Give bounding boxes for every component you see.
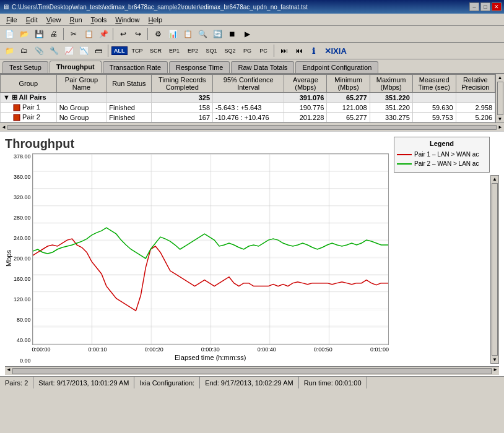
y-tick-0: 378.00 bbox=[14, 153, 31, 160]
menu-run[interactable]: Run bbox=[66, 15, 85, 24]
tab-response-time[interactable]: Response Time bbox=[169, 61, 230, 73]
sq2-btn[interactable]: SQ2 bbox=[222, 44, 239, 58]
all-badge[interactable]: ALL bbox=[111, 46, 128, 55]
btn-t4[interactable]: 🔧 bbox=[47, 44, 61, 58]
y-tick-5: 200.00 bbox=[14, 255, 31, 262]
hscroll-left[interactable]: ◄ bbox=[1, 124, 6, 130]
copy-button[interactable]: 📋 bbox=[82, 27, 95, 41]
all-confidence bbox=[213, 93, 284, 103]
menu-help[interactable]: Help bbox=[144, 15, 166, 24]
zoom-button[interactable]: 🔍 bbox=[196, 27, 209, 41]
all-max: 351.220 bbox=[370, 93, 412, 103]
btn-t2[interactable]: 🗂 bbox=[17, 44, 31, 58]
scrollbar-down[interactable]: ▼ bbox=[498, 116, 503, 122]
all-precision bbox=[456, 93, 495, 103]
print-button[interactable]: 🖨 bbox=[47, 27, 61, 41]
tab-throughput[interactable]: Throughput bbox=[50, 61, 102, 73]
btn-t5[interactable]: 📈 bbox=[62, 44, 76, 58]
x-tick-4: 0:00:40 bbox=[258, 346, 276, 353]
all-pairs-row[interactable]: ▼ ⊞ All Pairs 325 391.076 65.277 351.220 bbox=[1, 93, 495, 103]
save-button[interactable]: 💾 bbox=[32, 27, 46, 41]
cut-button[interactable]: ✂ bbox=[67, 27, 80, 41]
menu-window[interactable]: Window bbox=[111, 15, 143, 24]
settings-button[interactable]: ⚙ bbox=[151, 27, 165, 41]
separator-3 bbox=[147, 28, 149, 40]
chart-hscroll-left[interactable]: ◄ bbox=[5, 367, 12, 375]
btn-t1[interactable]: 📁 bbox=[2, 44, 16, 58]
tcp-btn[interactable]: TCP bbox=[129, 44, 146, 58]
title-bar-controls: – □ ✕ bbox=[469, 2, 502, 11]
col-confidence: 95% ConfidenceInterval bbox=[213, 75, 284, 93]
separator-2 bbox=[113, 28, 114, 40]
tab-raw-data-totals[interactable]: Raw Data Totals bbox=[231, 61, 294, 73]
pc-btn[interactable]: PC bbox=[256, 44, 271, 58]
undo-button[interactable]: ↩ bbox=[116, 27, 130, 41]
menu-view[interactable]: View bbox=[43, 15, 65, 24]
y-axis-label: Mbps bbox=[5, 153, 12, 364]
btn-t6[interactable]: 📉 bbox=[77, 44, 90, 58]
status-run-time: Run time: 00:01:00 bbox=[299, 377, 367, 388]
scr-btn[interactable]: SCR bbox=[147, 44, 165, 58]
tab-test-setup[interactable]: Test Setup bbox=[2, 61, 48, 73]
maximize-button[interactable]: □ bbox=[480, 2, 490, 11]
refresh-button[interactable]: 🔄 bbox=[211, 27, 224, 41]
legend-color-pair1 bbox=[397, 154, 412, 155]
main-content: Group Pair GroupName Run Status Timing R… bbox=[0, 74, 504, 376]
pair2-avg: 201.228 bbox=[284, 113, 327, 122]
tab-transaction-rate[interactable]: Transaction Rate bbox=[103, 61, 168, 73]
open-button[interactable]: 📂 bbox=[17, 27, 31, 41]
all-pair-group bbox=[56, 93, 106, 103]
chart-button[interactable]: 📊 bbox=[166, 27, 180, 41]
chart-hscroll-right[interactable]: ► bbox=[492, 367, 499, 375]
end-label: End: 9/17/2013, 10:02:29 AM bbox=[205, 379, 293, 387]
play-button[interactable]: ▶ bbox=[240, 27, 254, 41]
back-btn[interactable]: ⏮ bbox=[292, 44, 306, 58]
toolbar-1: 📄 📂 💾 🖨 ✂ 📋 📌 ↩ ↪ ⚙ 📊 📋 🔍 🔄 ⏹ ▶ bbox=[0, 26, 504, 43]
pair2-confidence: -10.476 : +10.476 bbox=[213, 113, 284, 122]
scrollbar-up[interactable]: ▲ bbox=[498, 75, 503, 80]
close-button[interactable]: ✕ bbox=[492, 2, 502, 11]
info-btn[interactable]: ℹ bbox=[307, 44, 321, 58]
chart-h-scrollbar[interactable]: ◄ ► bbox=[5, 366, 499, 375]
y-ticks: 378.00 360.00 320.00 280.00 240.00 200.0… bbox=[14, 153, 31, 364]
data-table-area[interactable]: Group Pair GroupName Run Status Timing R… bbox=[0, 74, 504, 132]
menu-edit[interactable]: Edit bbox=[22, 15, 41, 24]
sq1-btn[interactable]: SQ1 bbox=[203, 44, 220, 58]
nav-btn[interactable]: ⏭ bbox=[277, 44, 291, 58]
menu-bar: File Edit View Run Tools Window Help bbox=[0, 14, 504, 26]
x-ticks: 0:00:00 0:00:10 0:00:20 0:00:30 0:00:40 … bbox=[32, 345, 389, 354]
right-scroll-down[interactable]: ▼ bbox=[492, 357, 497, 362]
y-tick-4: 240.00 bbox=[14, 235, 31, 241]
expand-icon[interactable]: ▼ bbox=[3, 93, 10, 101]
pg-btn[interactable]: PG bbox=[240, 44, 255, 58]
pair1-min: 121.008 bbox=[327, 103, 370, 113]
pair2-row[interactable]: Pair 2 No Group Finished 167 -10.476 : +… bbox=[1, 113, 495, 122]
paste-button[interactable]: 📌 bbox=[97, 27, 110, 41]
menu-file[interactable]: File bbox=[2, 15, 21, 24]
btn-t3[interactable]: 📎 bbox=[32, 44, 46, 58]
x-axis-label: Elapsed time (h:mm:ss) bbox=[32, 354, 389, 361]
col-group: Group bbox=[1, 75, 57, 93]
results-table: Group Pair GroupName Run Status Timing R… bbox=[0, 74, 495, 122]
h-scrollbar[interactable]: ◄ ► bbox=[0, 122, 504, 131]
chart-main: Throughput Mbps 378.00 360.00 320.00 280… bbox=[5, 137, 389, 364]
ep1-btn[interactable]: EP1 bbox=[166, 44, 183, 58]
minimize-button[interactable]: – bbox=[469, 2, 479, 11]
pair2-time: 59.753 bbox=[412, 113, 456, 122]
menu-tools[interactable]: Tools bbox=[87, 15, 111, 24]
separator-5 bbox=[274, 45, 275, 57]
pair1-row[interactable]: Pair 1 No Group Finished 158 -5.643 : +5… bbox=[1, 103, 495, 113]
hscroll-right[interactable]: ► bbox=[498, 124, 503, 130]
table-button[interactable]: 📋 bbox=[181, 27, 194, 41]
ep2-btn[interactable]: EP2 bbox=[185, 44, 202, 58]
tab-endpoint-config[interactable]: Endpoint Configuration bbox=[295, 61, 378, 73]
right-scroll-up[interactable]: ▲ bbox=[492, 176, 497, 182]
new-button[interactable]: 📄 bbox=[2, 27, 16, 41]
redo-button[interactable]: ↪ bbox=[131, 27, 145, 41]
all-time bbox=[412, 93, 456, 103]
btn-t7[interactable]: 🗃 bbox=[92, 44, 105, 58]
stop-button[interactable]: ⏹ bbox=[225, 27, 239, 41]
separator-4 bbox=[108, 45, 109, 57]
x-tick-0: 0:00:00 bbox=[32, 346, 51, 353]
col-minimum: Minimum(Mbps) bbox=[327, 75, 370, 93]
